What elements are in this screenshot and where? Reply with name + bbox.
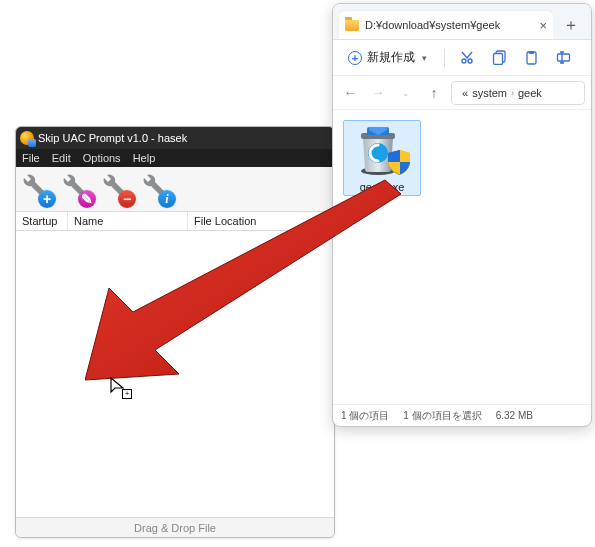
status-count: 1 個の項目	[341, 409, 389, 423]
menu-options[interactable]: Options	[83, 152, 121, 164]
rename-button[interactable]	[549, 44, 577, 72]
breadcrumb-seg2[interactable]: geek	[518, 87, 542, 99]
rename-icon	[556, 50, 571, 65]
file-item[interactable]: geek.exe	[343, 120, 421, 196]
info-icon: i	[158, 190, 176, 208]
explorer-window: D:¥download¥system¥geek × ＋ + 新規作成 ▾ ← →…	[332, 3, 592, 427]
minus-icon: −	[118, 190, 136, 208]
remove-button[interactable]: −	[100, 172, 134, 206]
scissors-icon	[459, 50, 475, 66]
cut-button[interactable]	[453, 44, 481, 72]
window-title: Skip UAC Prompt v1.0 - hasek	[38, 132, 187, 144]
menu-edit[interactable]: Edit	[52, 152, 71, 164]
explorer-body[interactable]: geek.exe	[333, 110, 591, 404]
titlebar[interactable]: Skip UAC Prompt v1.0 - hasek	[16, 127, 334, 149]
status-selected: 1 個の項目を選択	[403, 409, 481, 423]
explorer-nav: ← → ⌄ ↑ « system › geek	[333, 76, 591, 110]
add-button[interactable]: +	[20, 172, 54, 206]
svg-rect-3	[529, 51, 534, 54]
nav-up[interactable]: ↑	[423, 85, 445, 101]
pencil-icon: ✎	[78, 190, 96, 208]
breadcrumb-seg1[interactable]: system	[472, 87, 507, 99]
copy-icon	[492, 50, 507, 65]
tab-title: D:¥download¥system¥geek	[365, 19, 500, 31]
svg-rect-1	[493, 54, 502, 65]
info-button[interactable]: i	[140, 172, 174, 206]
new-item-label: 新規作成	[367, 49, 415, 66]
new-item-button[interactable]: + 新規作成 ▾	[339, 44, 436, 71]
app-icon	[20, 131, 34, 145]
nav-recent[interactable]: ⌄	[395, 88, 417, 98]
paste-button[interactable]	[517, 44, 545, 72]
status-size: 6.32 MB	[496, 410, 533, 421]
chevron-down-icon: ▾	[422, 53, 427, 63]
nav-forward[interactable]: →	[367, 85, 389, 100]
file-label: geek.exe	[346, 181, 418, 193]
rename-button[interactable]: ✎	[60, 172, 94, 206]
explorer-tab[interactable]: D:¥download¥system¥geek ×	[339, 11, 553, 39]
column-startup[interactable]: Startup	[16, 212, 68, 230]
skip-uac-window: Skip UAC Prompt v1.0 - hasek File Edit O…	[15, 126, 335, 538]
svg-rect-4	[557, 54, 569, 61]
breadcrumb[interactable]: « system › geek	[451, 81, 585, 105]
close-icon[interactable]: ×	[539, 18, 547, 33]
exe-icon	[354, 125, 410, 177]
breadcrumb-prefix: «	[462, 87, 468, 99]
status-text: Drag & Drop File	[134, 522, 216, 534]
explorer-tabstrip: D:¥download¥system¥geek × ＋	[333, 4, 591, 40]
new-tab-button[interactable]: ＋	[557, 11, 585, 39]
chevron-right-icon: ›	[511, 88, 514, 98]
column-name[interactable]: Name	[68, 212, 188, 230]
menu-file[interactable]: File	[22, 152, 40, 164]
folder-icon	[345, 20, 359, 31]
explorer-actions: + 新規作成 ▾	[333, 40, 591, 76]
toolbar: + ✎ − i	[16, 167, 334, 211]
nav-back[interactable]: ←	[339, 85, 361, 100]
explorer-statusbar: 1 個の項目 1 個の項目を選択 6.32 MB	[333, 404, 591, 426]
plus-circle-icon: +	[348, 51, 362, 65]
menubar: File Edit Options Help	[16, 149, 334, 167]
menu-help[interactable]: Help	[133, 152, 156, 164]
divider	[444, 49, 445, 67]
copy-button[interactable]	[485, 44, 513, 72]
clipboard-icon	[524, 50, 539, 65]
plus-icon: +	[38, 190, 56, 208]
statusbar: Drag & Drop File	[16, 517, 334, 537]
column-headers: Startup Name File Location	[16, 211, 334, 231]
column-location[interactable]: File Location	[188, 212, 334, 230]
drop-area[interactable]	[16, 231, 334, 517]
